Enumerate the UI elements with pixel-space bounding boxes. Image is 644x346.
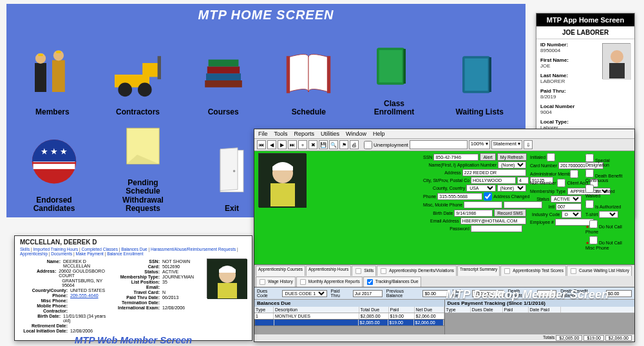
birth-input[interactable] [454, 210, 493, 217]
ssn-input[interactable] [433, 154, 478, 161]
link-balances-due[interactable]: Balances Due [121, 247, 151, 251]
tab-tracking[interactable]: Tracking/Balances Due [363, 277, 421, 287]
col[interactable]: Dues Date [471, 307, 503, 313]
nonmember-checkbox[interactable] [557, 179, 565, 187]
dues-code-select[interactable]: DUES CODE 1 [282, 290, 327, 297]
tab-skills[interactable]: Skills [352, 266, 376, 276]
export-icon[interactable]: ⇩ [524, 140, 533, 149]
flag-init-waived[interactable]: Init. dated Waived [585, 184, 630, 199]
cell[interactable] [255, 320, 274, 325]
link-imported-hours[interactable]: Imported Training Hours [33, 247, 81, 251]
refresh-button[interactable]: My Refresh [497, 153, 527, 161]
admin-checkbox[interactable] [570, 170, 578, 178]
link-skills[interactable]: Skills [20, 247, 33, 251]
initialed-checkbox[interactable] [547, 153, 555, 161]
menu-file[interactable]: File [258, 131, 268, 137]
col[interactable]: Date Paid [529, 307, 561, 313]
paid-thru-input[interactable] [353, 290, 383, 297]
flag-icon[interactable]: ⚑ [339, 140, 348, 149]
col[interactable]: Type [445, 307, 471, 313]
county-select[interactable]: USA [466, 185, 495, 192]
cell[interactable]: $2,066.00 [414, 320, 444, 325]
toolbar-search-input[interactable] [410, 140, 468, 149]
tab-monthly-reports[interactable]: Monthly Apprentice Reports [296, 277, 363, 287]
tshirt-select[interactable] [599, 211, 618, 218]
password-input[interactable] [471, 225, 522, 232]
col-total[interactable]: Total Due [359, 307, 389, 313]
nav-prev-icon[interactable]: ◀ [267, 140, 276, 149]
menu-window[interactable]: Window [346, 131, 366, 137]
tab-appr-hours[interactable]: Apprenticeship Hours [306, 266, 351, 276]
misc-phone-input[interactable] [464, 201, 502, 208]
addr-changed-checkbox[interactable] [484, 192, 492, 201]
link-documents[interactable]: Documents [51, 251, 75, 256]
menu-tools[interactable]: Tools [274, 131, 288, 137]
nav-first-icon[interactable]: ⏮ [257, 140, 266, 149]
link-apprenticeship[interactable]: Apprenticeship [20, 251, 51, 256]
tab-transcript[interactable]: Transcript Summary [457, 266, 500, 276]
cell[interactable]: $19.00 [389, 313, 415, 319]
email-input[interactable] [460, 217, 526, 224]
tile-members[interactable]: Members [13, 26, 92, 116]
tab-waiting-list[interactable]: Course Waiting List History [567, 266, 632, 276]
link-balance-enrollment[interactable]: Balance Enrollment [107, 251, 143, 256]
print-icon[interactable]: 🖨 [350, 140, 359, 149]
state-input[interactable] [517, 177, 529, 184]
search-icon[interactable]: 🔍 [329, 140, 338, 149]
link-harassment[interactable]: Harassment/Abuse/Reimbursement Requests [151, 247, 238, 251]
new-icon[interactable]: ＋ [298, 140, 307, 149]
address-input[interactable] [462, 169, 526, 176]
unemployment-toggle[interactable]: Unemployment [364, 141, 408, 149]
menu-help[interactable]: Help [373, 131, 385, 137]
tile-pending-requests[interactable]: Pending Schedule Withdrawal Requests [102, 116, 184, 213]
flag-nocall-phone[interactable]: ★ Do Not Call Phone [585, 219, 630, 235]
ind-select[interactable]: O [562, 211, 582, 218]
tile-waiting-lists[interactable]: Waiting Lists [440, 26, 519, 116]
tile-class-enrollment[interactable]: Class Enrollment [355, 26, 434, 116]
col-paid[interactable]: Paid [389, 307, 415, 313]
record-sms-button[interactable]: Record SMS [494, 209, 526, 217]
cell[interactable]: $2,085.00 [359, 313, 389, 319]
tab-wage-history[interactable]: Wage History [256, 277, 296, 287]
cell[interactable]: $2,066.00 [415, 313, 444, 319]
menu-reports[interactable]: Reports [294, 131, 315, 137]
death-bal-input[interactable] [606, 290, 632, 297]
cell[interactable]: 1 [254, 313, 274, 319]
status-select[interactable]: ACTIVE [551, 196, 582, 203]
phone-input[interactable] [437, 193, 482, 200]
country-select[interactable]: (None) [497, 185, 526, 192]
link-make-payment[interactable]: Make Payment [76, 251, 108, 256]
tab-demerits[interactable]: Apprenticeship Demerits/Violations [377, 266, 457, 276]
link-completed-classes[interactable]: Completed Classes [82, 247, 122, 251]
flag-nocall-misc[interactable]: ★ Do Not Call Misc Phone [585, 235, 630, 251]
cell[interactable] [274, 320, 359, 325]
cell[interactable]: MONTHLY DUES [274, 313, 359, 319]
col-desc[interactable]: Description [274, 307, 359, 313]
nav-next-icon[interactable]: ▶ [278, 140, 287, 149]
delete-icon[interactable]: ✖ [308, 140, 317, 149]
zoom-select[interactable]: 100% ▾ [469, 140, 490, 149]
statement-select[interactable]: Statement ▾ [491, 140, 523, 149]
alert-button[interactable]: Alert [480, 153, 495, 161]
col-net[interactable]: Net Due [415, 307, 444, 313]
cell[interactable]: $19.00 [388, 320, 414, 325]
prev-bal-input[interactable] [422, 290, 448, 297]
tile-schedule[interactable]: Schedule [269, 26, 348, 116]
intl-input[interactable] [556, 203, 582, 210]
tile-courses[interactable]: Courses [184, 26, 263, 116]
cell[interactable]: $2,085.00 [359, 320, 388, 325]
flag-death-cont[interactable]: Death Benefit Continuous [585, 168, 630, 183]
city-input[interactable] [471, 177, 516, 184]
tile-contractors[interactable]: Contractors [99, 26, 178, 116]
menu-utilities[interactable]: Utilities [321, 131, 339, 137]
save-icon[interactable]: 💾 [319, 140, 328, 149]
col[interactable]: Paid [503, 307, 529, 313]
appnum-select[interactable]: (None) [498, 161, 526, 168]
flag-special[interactable]: Special Designation [585, 153, 630, 168]
flag-authorized[interactable]: Is Authorized [585, 199, 630, 210]
col-type[interactable]: Type [254, 307, 274, 313]
tile-endorsed-candidates[interactable]: ★ ★ ★ Endorsed Candidates [13, 116, 95, 213]
nav-last-icon[interactable]: ⏭ [288, 140, 297, 149]
tab-test-scores[interactable]: Apprenticeship Test Scores [500, 266, 566, 276]
tab-appr-courses[interactable]: Apprenticeship Courses [256, 266, 305, 276]
